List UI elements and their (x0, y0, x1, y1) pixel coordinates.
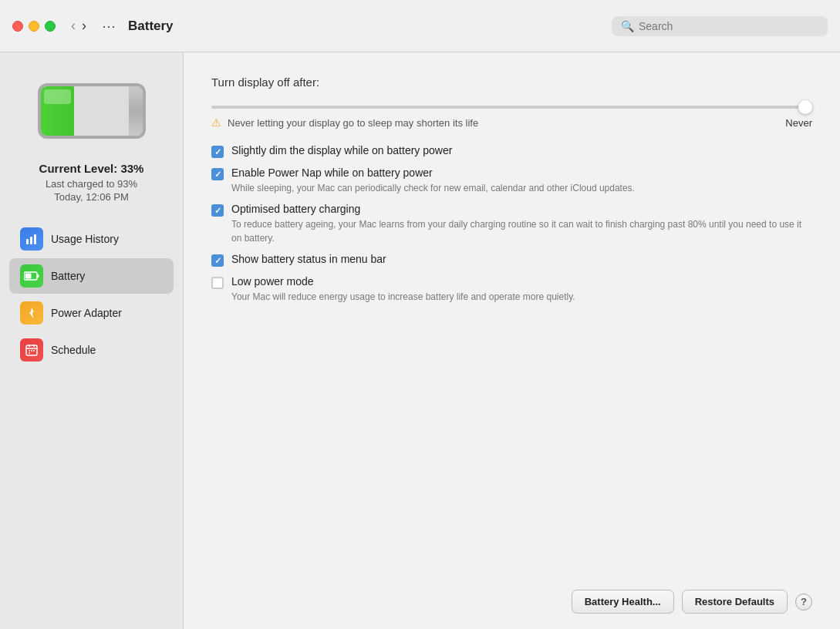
checkbox-optimised-charging-input[interactable]: ✓ (211, 204, 224, 217)
display-off-slider[interactable] (211, 106, 812, 109)
nav-arrows: ‹ › (71, 18, 86, 34)
checkbox-power-nap-input[interactable]: ✓ (211, 168, 224, 180)
checkbox-low-power: Low power mode Your Mac will reduce ener… (211, 275, 812, 304)
close-button[interactable] (12, 21, 23, 32)
svg-rect-4 (25, 274, 32, 279)
checkboxes-container: ✓ Slightly dim the display while on batt… (211, 144, 812, 311)
checkbox-low-power-subtext: Your Mac will reduce energy usage to inc… (231, 290, 812, 304)
checkbox-power-nap: ✓ Enable Power Nap while on battery powe… (211, 166, 812, 195)
checkbox-dim-display-label: Slightly dim the display while on batter… (231, 144, 812, 156)
maximize-button[interactable] (45, 21, 56, 32)
slider-warning: ⚠ Never letting your display go to sleep… (211, 116, 812, 129)
checkbox-low-power-label: Low power mode (231, 275, 812, 288)
battery-metal-right (129, 86, 143, 136)
sidebar: Current Level: 33% Last charged to 93% T… (0, 52, 184, 629)
help-button[interactable]: ? (795, 594, 812, 610)
warning-text: Never letting your display go to sleep m… (228, 117, 779, 129)
checkbox-show-status-label: Show battery status in menu bar (231, 253, 812, 265)
svg-point-14 (29, 352, 30, 354)
battery-highlight (44, 89, 72, 104)
battery-body (38, 83, 146, 139)
titlebar: ‹ › ⋯ Battery 🔍 (0, 0, 840, 52)
svg-rect-1 (30, 237, 32, 244)
checkbox-show-status: ✓ Show battery status in menu bar (211, 253, 812, 267)
restore-defaults-button[interactable]: Restore Defaults (682, 590, 788, 614)
checkbox-dim-display: ✓ Slightly dim the display while on batt… (211, 144, 812, 159)
svg-point-11 (29, 350, 30, 352)
checkbox-show-status-input[interactable]: ✓ (211, 254, 224, 267)
charge-time: Today, 12:06 PM (54, 191, 129, 203)
never-label: Never (785, 117, 812, 129)
sidebar-item-usage-history[interactable]: Usage History (9, 221, 174, 257)
checkbox-power-nap-subtext: While sleeping, your Mac can periodicall… (231, 181, 812, 195)
traffic-lights (12, 21, 56, 32)
svg-point-13 (33, 350, 35, 352)
svg-rect-5 (37, 274, 39, 278)
sidebar-item-power-adapter[interactable]: Power Adapter (9, 295, 174, 331)
sidebar-item-label-usage: Usage History (51, 233, 119, 245)
warning-icon: ⚠ (211, 116, 221, 129)
window-title: Battery (128, 18, 602, 34)
back-arrow[interactable]: ‹ (71, 18, 76, 34)
battery-icon (20, 264, 43, 288)
battery-illustration (30, 68, 153, 153)
sidebar-item-label-power: Power Adapter (51, 307, 122, 319)
display-slider-container (211, 98, 812, 112)
checkbox-low-power-input[interactable] (211, 277, 224, 289)
content-area: Turn display off after: ⚠ Never letting … (184, 52, 840, 629)
sidebar-item-schedule[interactable]: Schedule (9, 332, 174, 368)
sidebar-nav: Usage History Battery (0, 221, 183, 369)
slider-section-label: Turn display off after: (211, 76, 812, 89)
minimize-button[interactable] (29, 21, 39, 32)
bottom-bar: Battery Health... Restore Defaults ? (211, 577, 812, 614)
svg-point-12 (31, 350, 32, 352)
search-input[interactable] (639, 20, 808, 32)
power-icon (20, 301, 43, 325)
current-level: Current Level: 33% (39, 162, 144, 175)
svg-rect-2 (34, 234, 36, 244)
checkbox-optimised-charging-label: Optimised battery charging (231, 203, 812, 215)
svg-rect-0 (26, 239, 29, 244)
battery-terminal (144, 101, 146, 121)
sidebar-item-battery[interactable]: Battery (9, 258, 174, 294)
checkbox-dim-display-input[interactable]: ✓ (211, 146, 224, 158)
battery-health-button[interactable]: Battery Health... (572, 590, 674, 614)
search-icon: 🔍 (621, 20, 634, 32)
checkbox-power-nap-label: Enable Power Nap while on battery power (231, 166, 812, 179)
checkbox-optimised-charging: ✓ Optimised battery charging To reduce b… (211, 203, 812, 245)
svg-marker-6 (29, 308, 34, 318)
main-layout: Current Level: 33% Last charged to 93% T… (0, 52, 840, 629)
checkbox-optimised-charging-subtext: To reduce battery ageing, your Mac learn… (231, 217, 812, 245)
forward-arrow[interactable]: › (82, 18, 86, 34)
spacer (211, 311, 812, 565)
sidebar-item-label-battery: Battery (51, 270, 85, 282)
search-bar[interactable]: 🔍 (612, 16, 828, 36)
battery-fill (41, 86, 75, 136)
grid-icon[interactable]: ⋯ (102, 18, 116, 35)
last-charged: Last charged to 93% (46, 178, 137, 190)
schedule-icon (20, 338, 43, 362)
chart-icon (20, 227, 43, 251)
sidebar-item-label-schedule: Schedule (51, 344, 96, 356)
